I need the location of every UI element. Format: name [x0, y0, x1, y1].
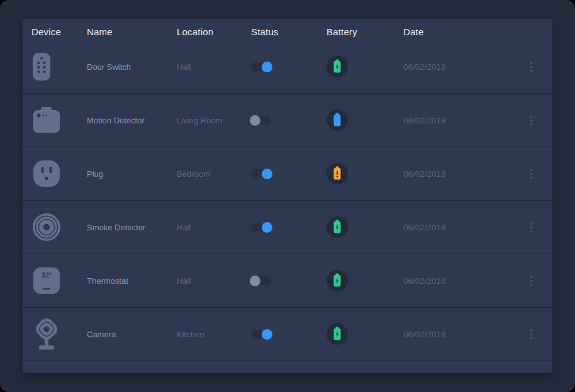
status-toggle[interactable]: [251, 276, 271, 285]
battery-icon: [332, 220, 342, 235]
device-date: 06/02/2018: [403, 223, 510, 232]
row-menu-kebab-icon[interactable]: [527, 59, 536, 76]
device-date: 06/02/2018: [403, 116, 510, 125]
device-name: Door Switch: [87, 62, 177, 72]
device-date: 06/02/2018: [403, 62, 510, 72]
device-name: Plug: [87, 169, 177, 179]
device-date: 06/02/2018: [403, 330, 510, 339]
device-icon-cell: [23, 318, 87, 350]
status-toggle[interactable]: [251, 330, 271, 339]
battery-icon: [332, 113, 342, 128]
device-location: Bedroom: [177, 169, 251, 179]
table-row: Door Switch Hall 06/02/2018: [23, 40, 552, 94]
device-date: 06/02/2018: [403, 276, 510, 286]
battery-indicator: [327, 109, 348, 131]
device-location: Hall: [177, 276, 251, 286]
battery-indicator: [327, 163, 348, 184]
column-header-name: Name: [87, 23, 177, 37]
table-row: Camera Kitchen 06/02/2018: [23, 308, 552, 361]
battery-icon: [332, 327, 342, 342]
device-icon-cell: 32°: [23, 266, 87, 295]
table-header-row: Device Name Location Status Battery Date: [23, 19, 552, 40]
toggle-knob: [262, 62, 272, 72]
status-toggle[interactable]: [251, 116, 271, 125]
table-row: Motion Detector Living Room 06/02/2018: [23, 94, 552, 147]
thermostat-icon: 32°: [32, 266, 61, 295]
camera-icon: [32, 318, 61, 350]
row-menu-kebab-icon[interactable]: [527, 326, 536, 343]
device-location: Living Room: [177, 116, 251, 125]
device-name: Smoke Detector: [87, 223, 177, 232]
column-header-status: Status: [251, 23, 327, 37]
device-name: Camera: [87, 330, 177, 339]
devices-table: Device Name Location Status Battery Date…: [23, 19, 552, 373]
device-icon-cell: [23, 52, 87, 81]
toggle-knob: [250, 115, 260, 126]
battery-indicator: [327, 56, 348, 77]
battery-icon: [332, 59, 342, 74]
device-location: Hall: [177, 62, 251, 72]
device-icon-cell: [23, 213, 87, 242]
table-row: Smoke Detector Hall 06/02/2018: [23, 201, 552, 254]
toggle-knob: [250, 276, 260, 286]
app-window: Device Name Location Status Battery Date…: [0, 0, 575, 392]
battery-indicator: [327, 270, 348, 291]
row-menu-kebab-icon[interactable]: [527, 219, 536, 236]
battery-icon: [332, 273, 342, 288]
device-location: Kitchen: [177, 330, 251, 339]
toggle-knob: [262, 329, 272, 340]
status-toggle[interactable]: [251, 169, 271, 178]
remote-control-icon: [32, 52, 51, 81]
battery-icon: [332, 166, 342, 181]
column-header-location: Location: [177, 23, 251, 37]
status-toggle[interactable]: [251, 223, 271, 232]
device-date: 06/02/2018: [403, 169, 510, 179]
table-row: 32° Thermostat Hall 06/02/2018: [23, 254, 552, 308]
motion-sensor-icon: [32, 107, 61, 133]
battery-indicator: [327, 323, 348, 345]
toggle-knob: [262, 222, 272, 233]
power-plug-icon: [32, 159, 61, 188]
device-name: Motion Detector: [87, 116, 177, 125]
thermostat-temperature-label: 32°: [42, 271, 52, 279]
device-location: Hall: [177, 223, 251, 232]
column-header-device: Device: [23, 23, 87, 37]
status-toggle[interactable]: [251, 62, 271, 71]
battery-indicator: [327, 216, 348, 238]
column-header-date: Date: [403, 23, 510, 37]
device-icon-cell: [23, 107, 87, 133]
row-menu-kebab-icon[interactable]: [527, 272, 536, 289]
table-row: Plug Bedroom 06/02/2018: [23, 147, 552, 201]
device-icon-cell: [23, 159, 87, 188]
column-header-battery: Battery: [327, 23, 403, 37]
row-menu-kebab-icon[interactable]: [527, 112, 536, 129]
smoke-detector-icon: [32, 213, 61, 242]
toggle-knob: [262, 169, 272, 179]
row-menu-kebab-icon[interactable]: [527, 165, 536, 182]
device-name: Thermostat: [87, 276, 177, 286]
